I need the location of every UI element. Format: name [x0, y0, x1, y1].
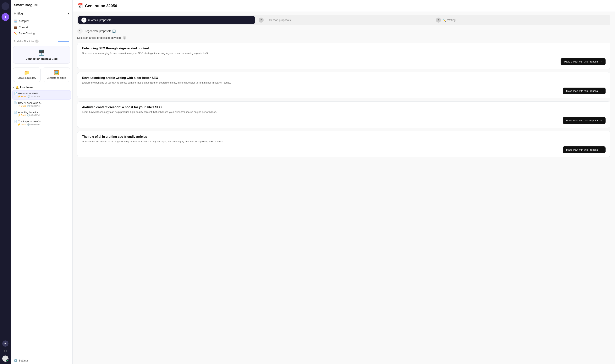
proposal-card-2: Revolutionizing article writing with ai …	[77, 72, 610, 99]
time-badge: 🕐 06:05 PM	[27, 114, 39, 117]
settings-label: Settings	[19, 359, 28, 362]
main-content: 📅 Generation 32056 1 ≡ Article proposals…	[73, 0, 615, 364]
generate-article-card[interactable]: 🖼️ Generate an article	[43, 67, 70, 82]
steps-bar: 1 ≡ Article proposals 2 ☰ Section propos…	[77, 15, 610, 25]
sidebar-title: Smart Blog	[14, 3, 32, 7]
step-3-label: Writing	[447, 18, 456, 22]
proposal-2-button[interactable]: Make Plan with this Proposal →	[563, 88, 605, 94]
regenerate-bar: 1 Regenerate proposals 🔄	[77, 28, 610, 34]
proposal-2-btn-arrow: →	[600, 90, 602, 92]
add-button[interactable]: +	[2, 340, 9, 347]
proposal-4-title: The role of ai in crafting seo-friendly …	[82, 135, 605, 139]
list-item-title-text: Generation 32056	[18, 92, 39, 95]
regenerate-label: Regenerate proposals	[85, 29, 111, 33]
connect-block: 🖥️ Connect or create a Blog	[13, 46, 70, 64]
context-icon: 💼	[14, 26, 17, 29]
help-icon[interactable]: ?	[35, 39, 39, 43]
available-ai-section: Available AI articles ?	[11, 38, 72, 45]
list-item-importance[interactable]: 📄 The Importance of a ... ⚡ Draft 🕐 06:0…	[12, 118, 71, 127]
last-news-label: Last News	[20, 86, 33, 89]
main-header-icon: 📅	[77, 3, 83, 9]
main-header-title: Generation 32056	[85, 4, 117, 8]
regenerate-button[interactable]: Regenerate proposals 🔄	[85, 29, 116, 33]
sidebar-list: 📄 Generation 32056 ⚡ Draft 🕐 06:36 PM 📄 …	[11, 90, 72, 128]
gear-icon[interactable]: ⚙	[4, 349, 7, 353]
chevron-down-icon: ▾	[68, 12, 69, 15]
autopilot-icon: 🗓️	[14, 19, 17, 23]
autopilot-label: Autopilot	[19, 19, 29, 23]
sidebar-item-context[interactable]: 💼 Context	[11, 24, 72, 30]
proposal-2-desc: Explore the benefits of using AI to crea…	[82, 81, 605, 85]
generate-article-icon: 🖼️	[53, 70, 59, 75]
sidebar-item-style-cloning[interactable]: ✏️ Style Cloning	[11, 30, 72, 37]
icon-bar: ☰ ✦ + ⚙	[0, 0, 11, 364]
proposal-4-desc: Understand the impact of AI on generatin…	[82, 140, 605, 143]
select-label-text: Select an article proposal to develop:	[77, 36, 122, 39]
available-ai-label: Available AI articles	[14, 40, 34, 43]
proposal-1-btn-arrow: →	[600, 60, 602, 63]
proposal-4-btn-label: Make Plan with this Proposal	[566, 148, 598, 151]
proposal-card-1: Enhancing SEO through ai-generated conte…	[77, 43, 610, 69]
doc-icon: 📄	[14, 120, 17, 123]
proposal-4-button[interactable]: Make Plan with this Proposal →	[563, 146, 605, 153]
chevron-icon: ▾	[13, 86, 14, 89]
draft-badge: ⚡ Draft	[18, 114, 26, 117]
step-2-number: 2	[259, 18, 264, 23]
settings-item[interactable]: ⚙️ Settings	[11, 357, 72, 364]
proposal-3-btn-label: Make Plan with this Proposal	[566, 119, 598, 122]
step-3-writing[interactable]: 3 ✏️ Writing	[433, 16, 609, 24]
create-category-label: Create a category	[18, 77, 36, 79]
list-item-ai-writing[interactable]: 📄 Ai writing benefits ⚡ Draft 🕐 06:05 PM	[12, 109, 71, 118]
sidebar-main-icon[interactable]: ✦	[1, 13, 9, 21]
proposal-3-title: Ai-driven content creation: a boost for …	[82, 105, 605, 109]
list-item-title-text: The Importance of a ...	[18, 120, 43, 123]
proposal-3-desc: Learn how AI technology can help produce…	[82, 110, 605, 114]
regenerate-number: 1	[77, 28, 83, 34]
list-item-how-ai[interactable]: 📄 How AI-generated c... ⚡ Draft 🕐 06:23 …	[12, 100, 71, 109]
select-help-icon[interactable]: ?	[123, 36, 126, 39]
step-1-icon: ≡	[88, 18, 90, 22]
sidebar-nav: Blog ▾ 🗓️ Autopilot 💼 Context ✏️ Style C…	[11, 9, 72, 38]
last-news-header[interactable]: ▾ 🔔 Last News	[11, 84, 72, 90]
proposal-1-btn-label: Make a Plan with this Proposal	[564, 60, 598, 63]
proposal-4-btn-arrow: →	[600, 148, 602, 151]
generate-article-label: Generate an article	[47, 77, 66, 79]
doc-icon: 📄	[14, 92, 17, 95]
proposal-3-btn-arrow: →	[600, 119, 602, 122]
style-cloning-icon: ✏️	[14, 32, 17, 35]
sidebar-actions: 📁 Create a category 🖼️ Generate an artic…	[11, 65, 72, 84]
main-header: 📅 Generation 32056	[73, 0, 615, 12]
app-logo-icon[interactable]: ☰	[1, 2, 9, 10]
blog-status-dot	[14, 13, 16, 14]
proposals-container: 1 Regenerate proposals 🔄 Select an artic…	[73, 28, 615, 364]
regenerate-icon: 🔄	[112, 29, 116, 33]
avatar[interactable]	[2, 355, 9, 362]
style-cloning-label: Style Cloning	[19, 32, 35, 35]
draft-badge: ⚡ Draft	[18, 105, 26, 107]
list-item-title-text: Ai writing benefits	[18, 111, 38, 114]
sidebar-item-blog[interactable]: Blog ▾	[11, 10, 72, 17]
list-item-gen-32056[interactable]: 📄 Generation 32056 ⚡ Draft 🕐 06:36 PM	[12, 90, 71, 100]
create-category-card[interactable]: 📁 Create a category	[13, 67, 40, 82]
proposal-card-4: The role of ai in crafting seo-friendly …	[77, 131, 610, 157]
time-badge: 🕐 06:36 PM	[27, 95, 40, 98]
proposal-2-title: Revolutionizing article writing with ai …	[82, 76, 605, 80]
time-badge: 🕐 06:23 PM	[27, 105, 39, 107]
proposal-1-button[interactable]: Make a Plan with this Proposal →	[561, 58, 605, 65]
settings-icon: ⚙️	[14, 359, 17, 362]
draft-badge: ⚡ Draft	[18, 95, 26, 98]
connect-title: Connect or create a Blog	[16, 57, 67, 60]
available-ai-bar	[58, 41, 69, 42]
step-2-section-proposals[interactable]: 2 ☰ Section proposals	[256, 16, 432, 24]
select-proposal-label: Select an article proposal to develop: ?	[77, 36, 610, 39]
sidebar-item-autopilot[interactable]: 🗓️ Autopilot	[11, 18, 72, 24]
proposal-3-button[interactable]: Make Plan with this Proposal →	[563, 117, 605, 124]
list-item-title-text: How AI-generated c...	[18, 102, 42, 104]
last-news-icon: 🔔	[16, 86, 19, 89]
sidebar-header: Smart Blog AI	[11, 0, 72, 9]
step-1-label: Article proposals	[91, 18, 111, 22]
draft-badge: ⚡ Draft	[18, 123, 26, 126]
time-badge: 🕐 06:05 PM	[27, 123, 39, 126]
doc-icon: 📄	[14, 102, 17, 104]
step-1-article-proposals[interactable]: 1 ≡ Article proposals	[78, 16, 255, 24]
